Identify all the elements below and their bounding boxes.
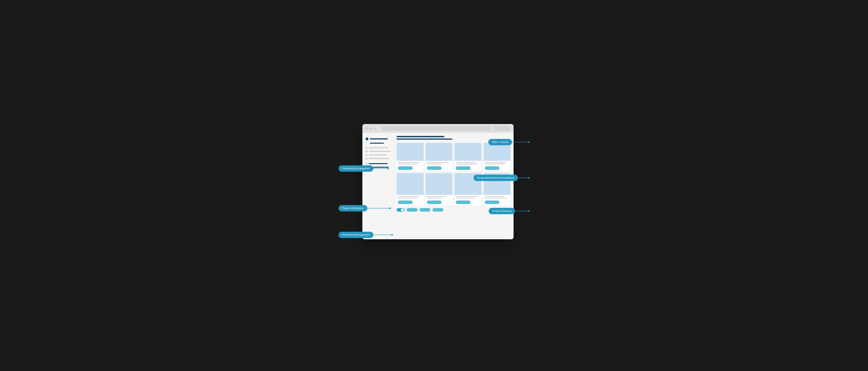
toggle-badge-3 <box>432 208 443 212</box>
sidebar-category-2 <box>366 150 394 153</box>
annotation-line-titles-visuals <box>512 142 528 142</box>
annotation-dot-personalized-recommendations <box>528 177 529 179</box>
product-line-7b <box>456 198 475 199</box>
annotation-dot-personalized-categories <box>387 168 389 169</box>
sidebar-header <box>366 137 394 140</box>
annotation-personalized-recommendations: Personalized Recommendations <box>473 175 529 181</box>
product-line-8b <box>485 198 507 199</box>
product-image-2 <box>426 143 453 161</box>
annotation-personalized-categories: Personalized categories <box>339 165 389 172</box>
annotation-product-ranking: Product Ranking <box>489 208 529 214</box>
product-badge-6 <box>427 201 442 204</box>
cat-line-3 <box>369 155 387 156</box>
annotation-line-product-ranking <box>515 211 528 211</box>
toggle-switch[interactable] <box>397 208 405 212</box>
sidebar-category-1 <box>366 147 394 149</box>
product-badge-7 <box>456 201 471 204</box>
product-image-4 <box>484 143 510 161</box>
annotation-promotion-management: Promotion Management <box>339 232 393 238</box>
cat-dot-4 <box>366 158 368 160</box>
sidebar-category-3 <box>366 154 394 156</box>
product-badge-4 <box>485 166 500 170</box>
annotation-line-promotion-management <box>373 235 391 235</box>
product-line-6b <box>427 198 441 199</box>
sidebar-group-line-1 <box>366 163 394 165</box>
annotation-bubble-personalized-categories: Personalized categories <box>339 165 373 172</box>
main-content <box>397 136 510 236</box>
header-line-2 <box>397 138 452 140</box>
product-badge-5 <box>398 201 413 204</box>
product-line-4b <box>485 164 504 164</box>
annotation-titles-visuals: Titles / Visuals <box>488 139 529 145</box>
header-line-1 <box>397 136 444 137</box>
cat-dot-1 <box>366 147 368 149</box>
product-line-5b <box>398 198 417 199</box>
product-card-3 <box>455 143 482 171</box>
annotation-bubble-promotion-management: Promotion Management <box>339 232 373 238</box>
annotation-line-personalized-categories <box>373 168 387 169</box>
product-lines-5 <box>397 195 424 200</box>
product-line-7a <box>456 196 478 197</box>
address-bar <box>381 126 491 131</box>
sidebar-active-dot <box>366 137 368 140</box>
product-card-2 <box>426 143 453 171</box>
browser-button-1 <box>494 126 510 131</box>
product-line-2a <box>427 162 449 163</box>
scene: Titles / Visuals Personalized categories… <box>339 116 529 255</box>
product-badge-2 <box>427 166 442 170</box>
browser-titlebar <box>362 124 514 133</box>
annotation-bubble-page-orchestration: Page orchestration <box>339 205 367 212</box>
product-image-5 <box>397 173 424 195</box>
product-line-3a <box>456 162 475 163</box>
cat-line-1 <box>369 147 389 148</box>
traffic-dot-2 <box>370 127 372 130</box>
product-lines-1 <box>397 161 424 166</box>
sidebar <box>366 136 394 236</box>
browser-content <box>362 133 514 239</box>
annotation-dot-page-orchestration <box>389 207 391 209</box>
product-line-3b <box>456 164 478 164</box>
product-badge-8 <box>485 201 500 204</box>
cat-line-4 <box>369 158 390 159</box>
product-badge-3 <box>456 166 471 170</box>
product-badge-1 <box>398 166 413 170</box>
annotation-bubble-titles-visuals: Titles / Visuals <box>488 139 512 145</box>
cat-line-2 <box>369 151 391 152</box>
product-line-2b <box>427 164 441 164</box>
product-lines-7 <box>455 195 482 200</box>
product-image-1 <box>397 143 424 161</box>
annotation-line-page-orchestration <box>367 208 389 208</box>
cat-dot-3 <box>366 154 368 156</box>
product-card-4 <box>484 143 510 171</box>
traffic-dot-1 <box>366 127 368 130</box>
product-lines-3 <box>455 161 482 166</box>
cat-dot-2 <box>366 150 368 153</box>
product-line-5a <box>398 196 420 197</box>
product-card-1 <box>397 143 424 171</box>
toggle-badge-2 <box>420 208 430 212</box>
product-line-6a <box>427 196 446 197</box>
traffic-dot-3 <box>374 127 376 130</box>
toggle-badge-1 <box>407 208 417 212</box>
product-line-1a <box>398 162 420 163</box>
annotation-bubble-personalized-recommendations: Personalized Recommendations <box>473 175 518 181</box>
product-card-5 <box>397 173 424 205</box>
annotation-dot-promotion-management <box>391 234 393 236</box>
annotation-bubble-product-ranking: Product Ranking <box>489 208 515 214</box>
annotation-page-orchestration: Page orchestration <box>339 205 391 212</box>
annotation-line-personalized-recommendations <box>518 178 528 178</box>
product-lines-2 <box>426 161 453 166</box>
product-line-8a <box>485 196 504 197</box>
product-lines-4 <box>484 161 510 166</box>
product-line-4a <box>485 162 507 163</box>
product-card-6 <box>426 173 453 205</box>
product-lines-8 <box>484 195 510 200</box>
grp-dot-1 <box>366 163 368 165</box>
annotation-dot-titles-visuals <box>528 141 529 143</box>
sidebar-header-line <box>370 138 388 139</box>
product-image-6 <box>426 173 453 195</box>
product-image-3 <box>455 143 482 161</box>
annotation-dot-product-ranking <box>528 210 529 212</box>
product-lines-6 <box>426 195 453 200</box>
grp-line-1 <box>369 163 388 164</box>
